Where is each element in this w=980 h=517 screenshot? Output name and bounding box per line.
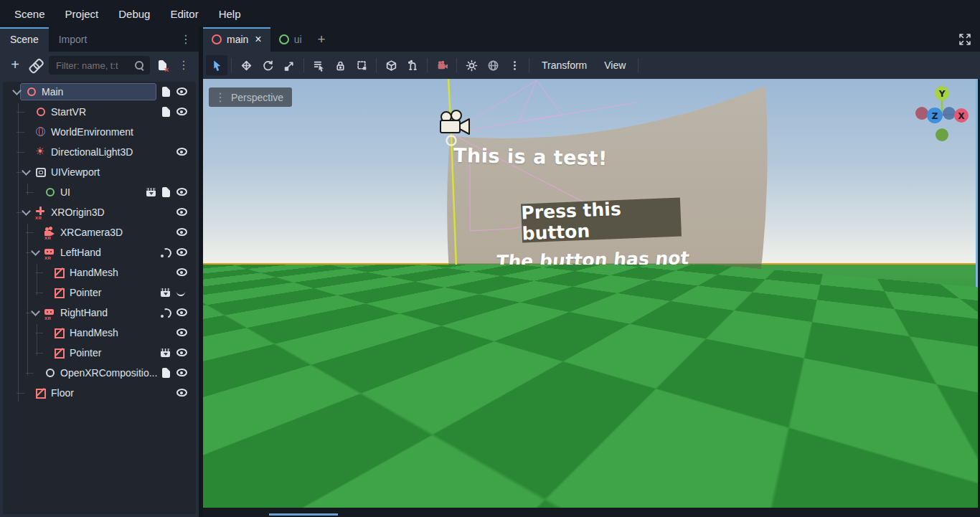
dock-menu-icon[interactable]: ⋮ <box>173 34 199 45</box>
axis-neg-z-ball[interactable] <box>943 107 956 120</box>
node-label: HandMesh <box>70 327 118 338</box>
axis-neg-x-ball[interactable] <box>915 107 928 120</box>
environment-icon <box>487 60 499 72</box>
visibility-eye-icon[interactable] <box>176 268 187 277</box>
expand-caret-icon[interactable] <box>31 307 40 316</box>
add-node-button[interactable]: + <box>6 56 24 75</box>
menu-item-editor[interactable]: Editor <box>160 8 208 20</box>
visibility-eye-icon[interactable] <box>176 248 187 257</box>
visibility-eye-icon[interactable] <box>176 188 187 196</box>
tree-row-pointer[interactable]: Pointer <box>3 283 196 303</box>
script-icon[interactable] <box>162 87 170 97</box>
tree-row-uiviewport[interactable]: UIViewport <box>3 162 196 182</box>
menu-item-help[interactable]: Help <box>209 8 251 20</box>
tree-row-pointer[interactable]: Pointer <box>3 343 196 363</box>
camera-gizmo-icon[interactable] <box>440 110 469 146</box>
tree-row-startvr[interactable]: StartVR <box>3 102 196 122</box>
tree-row-directionallight3d[interactable]: DirectionalLight3D <box>3 142 196 162</box>
expand-caret-icon[interactable] <box>22 207 31 216</box>
tree-row-lefthand[interactable]: XRLeftHand <box>3 242 196 262</box>
preview-camera-tool-button[interactable] <box>431 55 453 75</box>
lock-tool-button[interactable] <box>329 55 351 75</box>
visibility-eye-icon[interactable] <box>176 308 187 317</box>
visibility-eye-icon[interactable] <box>176 348 187 357</box>
sun-tool-button[interactable] <box>461 55 482 75</box>
tab-label: ui <box>294 34 302 45</box>
visibility-eye-icon[interactable] <box>176 228 187 237</box>
instance-scene-button[interactable] <box>27 56 46 75</box>
more-options-tool-button[interactable] <box>504 55 525 75</box>
tree-row-handmesh[interactable]: HandMesh <box>3 323 196 343</box>
tree-row-righthand[interactable]: XRRightHand <box>3 303 196 323</box>
select-tool-button[interactable] <box>206 55 227 75</box>
signal-connection-icon[interactable] <box>160 248 170 257</box>
sun-icon <box>35 146 47 158</box>
3d-viewport[interactable]: This is a test! Press this button The bu… <box>203 79 978 508</box>
control-icon <box>279 34 289 44</box>
dock-tab-scene[interactable]: Scene <box>0 27 49 52</box>
move-tool-button[interactable] <box>235 55 257 75</box>
menu-item-project[interactable]: Project <box>55 8 109 20</box>
script-icon[interactable] <box>162 107 170 117</box>
z-axis-line <box>470 265 694 490</box>
plus-icon: + <box>11 57 19 72</box>
viewport-icon <box>35 166 47 178</box>
filter-input[interactable] <box>55 60 130 72</box>
dock-tab-import[interactable]: Import <box>49 27 98 52</box>
tree-row-floor[interactable]: Floor <box>3 383 196 403</box>
open-scene-icon[interactable] <box>146 188 156 196</box>
mesh-icon <box>54 327 65 338</box>
open-scene-icon[interactable] <box>161 348 170 357</box>
visibility-eye-icon[interactable] <box>176 389 187 397</box>
expand-viewport-icon[interactable] <box>950 33 980 46</box>
tree-connector <box>17 112 24 113</box>
visibility-eye-icon[interactable] <box>176 369 187 377</box>
plane-handle-x[interactable] <box>443 480 454 491</box>
transform-menu[interactable]: Transform <box>533 60 595 71</box>
tree-connector <box>17 132 24 133</box>
tree-row-main[interactable]: Main <box>3 82 196 102</box>
projection-menu[interactable]: ⋮ Perspective <box>209 87 292 107</box>
close-tab-icon[interactable]: × <box>255 34 261 45</box>
visibility-eye-icon[interactable] <box>176 87 187 96</box>
tree-row-handmesh[interactable]: HandMesh <box>3 262 196 283</box>
script-icon[interactable] <box>162 368 170 378</box>
expand-caret-icon[interactable] <box>31 247 40 256</box>
detach-script-button[interactable] <box>153 56 171 75</box>
view-menu[interactable]: View <box>595 60 634 71</box>
signal-connection-icon[interactable] <box>160 308 170 318</box>
menu-item-scene[interactable]: Scene <box>4 8 55 20</box>
tree-row-xrorigin3d[interactable]: XRXROrigin3D <box>3 202 196 222</box>
group-tool-button[interactable] <box>351 55 372 75</box>
visibility-eye-icon[interactable] <box>176 208 187 217</box>
open-scene-icon[interactable] <box>161 288 170 297</box>
group-icon <box>356 60 368 72</box>
axis-neg-y-ball[interactable] <box>936 128 948 141</box>
visibility-eye-closed-icon[interactable] <box>176 288 187 297</box>
scale-tool-button[interactable] <box>278 55 300 75</box>
filter-box[interactable] <box>49 56 150 75</box>
tree-row-ui[interactable]: UI <box>3 182 196 202</box>
environment-tool-button[interactable] <box>482 55 504 75</box>
menu-item-debug[interactable]: Debug <box>108 8 160 20</box>
select-list-tool-button[interactable] <box>308 55 329 75</box>
toolbar-separator <box>529 58 529 72</box>
scene-tab-ui[interactable]: ui <box>270 27 311 52</box>
tree-row-openxrcompositio-[interactable]: OpenXRCompositio... <box>3 363 196 383</box>
gizmo-box-tool-button[interactable] <box>380 55 402 75</box>
expand-caret-icon[interactable] <box>22 166 31 176</box>
tree-options-button[interactable]: ⋮ <box>174 56 193 75</box>
link-icon <box>29 57 45 74</box>
script-icon[interactable] <box>162 187 170 197</box>
visibility-eye-icon[interactable] <box>176 328 187 337</box>
snap-tool-button[interactable] <box>402 55 423 75</box>
scene-tab-main[interactable]: main× <box>203 27 270 52</box>
visibility-eye-icon[interactable] <box>176 108 187 116</box>
rotate-tool-button[interactable] <box>257 55 278 75</box>
visibility-eye-icon[interactable] <box>176 148 187 156</box>
tree-row-worldenvironment[interactable]: WorldEnvironment <box>3 122 196 142</box>
view-axis-gizmo[interactable]: Y Z X <box>915 86 969 141</box>
tree-row-xrcamera3d[interactable]: XRXRCamera3D <box>3 222 196 242</box>
vertical-dots-icon: ⋮ <box>178 60 189 71</box>
add-scene-tab-button[interactable]: + <box>311 32 333 47</box>
